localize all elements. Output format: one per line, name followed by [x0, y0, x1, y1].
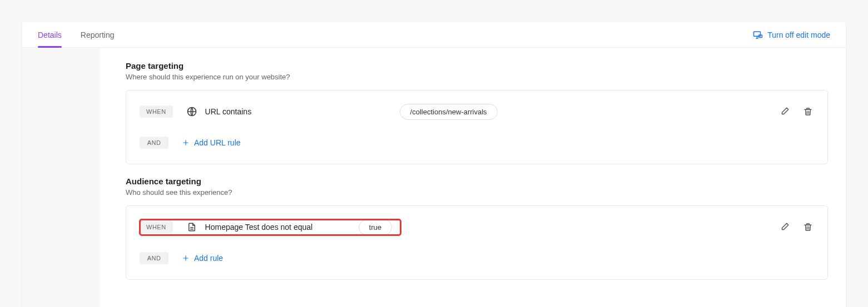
and-badge: AND — [140, 252, 168, 264]
audience-value-pill[interactable]: true — [359, 219, 392, 235]
svg-rect-0 — [754, 32, 761, 36]
url-value-pill[interactable]: /collections/new-arrivals — [400, 104, 498, 120]
toggle-edit-label: Turn off edit mode — [767, 31, 830, 39]
edit-audience-rule-button[interactable] — [778, 221, 791, 233]
audience-targeting-box: WHEN — [126, 205, 828, 280]
when-badge: WHEN — [140, 105, 173, 118]
page-targeting-add-row: AND Add URL rule — [140, 127, 814, 158]
audience-targeting-subtitle: Who should see this experience? — [126, 188, 828, 197]
add-audience-rule-label: Add rule — [194, 254, 223, 263]
left-gutter — [22, 48, 100, 307]
and-badge: AND — [140, 137, 168, 149]
url-contains-label: URL contains — [205, 107, 252, 116]
page-targeting-rule-row: WHEN U — [140, 96, 814, 127]
add-url-rule-label: Add URL rule — [194, 138, 241, 147]
monitor-icon — [753, 30, 763, 40]
when-badge: WHEN — [140, 221, 173, 233]
homepage-test-label: Homepage Test does not equal — [205, 223, 313, 231]
audience-targeting-title: Audience targeting — [126, 177, 828, 186]
delete-audience-rule-button[interactable] — [802, 221, 814, 233]
plus-icon — [182, 139, 190, 147]
audience-targeting-rule-row: WHEN — [140, 212, 814, 243]
tab-details[interactable]: Details — [38, 22, 62, 47]
delete-page-rule-button[interactable] — [802, 105, 814, 118]
page-targeting-subtitle: Where should this experience run on your… — [126, 73, 828, 81]
edit-page-rule-button[interactable] — [778, 105, 791, 118]
settings-card: Details Reporting Turn off edit mode — [22, 22, 846, 307]
tab-reporting[interactable]: Reporting — [81, 22, 115, 47]
tab-bar: Details Reporting Turn off edit mode — [22, 22, 846, 48]
plus-icon — [182, 254, 190, 262]
page-targeting-title: Page targeting — [126, 61, 828, 71]
globe-icon — [186, 106, 197, 117]
document-icon — [186, 222, 197, 233]
add-audience-rule-button[interactable]: Add rule — [182, 254, 223, 263]
audience-targeting-add-row: AND Add rule — [140, 243, 814, 274]
page-targeting-box: WHEN U — [126, 90, 828, 164]
toggle-edit-mode-button[interactable]: Turn off edit mode — [753, 30, 830, 40]
add-url-rule-button[interactable]: Add URL rule — [182, 138, 241, 147]
